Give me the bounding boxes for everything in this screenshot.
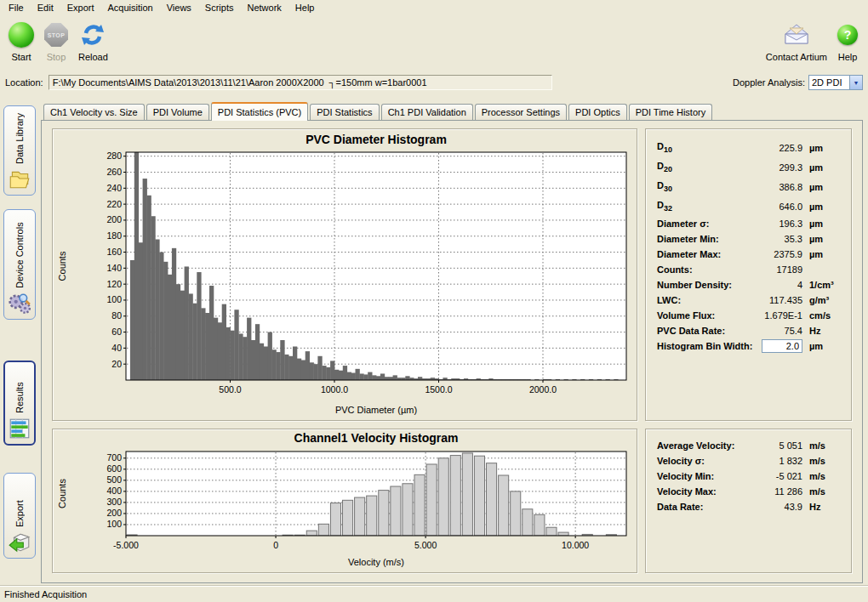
- histogram-bin-width-input[interactable]: [762, 339, 802, 353]
- help-label: Help: [838, 52, 858, 62]
- contact-artium-label: Contact Artium: [766, 52, 827, 62]
- location-input[interactable]: F:\My Documents\AIMS Data\2013\2013\11\2…: [49, 75, 552, 90]
- stat-label: LWC:: [657, 295, 681, 305]
- stat-value: 299.3: [753, 162, 802, 173]
- menu-item-scripts[interactable]: Scripts: [198, 0, 241, 15]
- menu-item-export[interactable]: Export: [60, 0, 101, 15]
- stat-unit: m/s: [802, 471, 840, 481]
- menu-item-edit[interactable]: Edit: [31, 0, 60, 15]
- svg-text:2000.0: 2000.0: [529, 384, 557, 395]
- svg-text:200: 200: [106, 508, 122, 518]
- stat-label: Counts:: [657, 264, 693, 275]
- svg-text:160: 160: [106, 247, 122, 257]
- tab-ch1-velocity-vs-size[interactable]: Ch1 Velocity vs. Size: [43, 104, 145, 120]
- svg-text:600: 600: [106, 463, 122, 474]
- stat-row: D10225.9µm: [657, 138, 840, 157]
- tab-ch1-pdi-validation[interactable]: Ch1 PDI Validation: [381, 104, 473, 120]
- svg-text:Velocity (m/s): Velocity (m/s): [348, 557, 404, 567]
- stat-value: 5 051: [753, 440, 802, 451]
- contact-artium-button[interactable]: Contact Artium: [766, 20, 827, 62]
- velocity-histogram-chart: 100200300400500600700-5.00005.00010.000C…: [53, 429, 637, 572]
- doppler-analysis-select[interactable]: 2D PDI ▼: [808, 75, 863, 90]
- stat-row: LWC:117.435g/m³: [657, 292, 840, 308]
- stat-label: Diameter Max:: [657, 249, 721, 259]
- svg-text:140: 140: [106, 263, 122, 273]
- stat-row: Counts:17189: [657, 262, 840, 277]
- stat-label: Velocity σ:: [657, 456, 705, 466]
- sidebar: Data LibraryDevice ControlsResultsExport: [0, 94, 41, 583]
- svg-text:80: 80: [111, 310, 122, 321]
- stat-value: 11 286: [753, 486, 802, 497]
- stat-row: Diameter Min:35.3µm: [657, 231, 840, 247]
- stat-row: Volume Flux:1.679E-1cm/s: [657, 308, 840, 323]
- stat-label: Diameter Min:: [657, 234, 719, 244]
- tab-pdi-time-history[interactable]: PDI Time History: [629, 104, 713, 120]
- sidebar-item-data-library[interactable]: Data Library: [3, 105, 36, 196]
- menu-bar: FileEditExportAcquisitionViewsScriptsNet…: [0, 0, 868, 15]
- stat-unit: m/s: [802, 440, 840, 451]
- stop-label: Stop: [47, 52, 66, 62]
- svg-text:60: 60: [111, 327, 122, 337]
- start-icon: [9, 22, 34, 48]
- svg-text:220: 220: [106, 199, 122, 209]
- stat-label: Volume Flux:: [657, 310, 715, 321]
- stat-unit: 1/cm³: [802, 280, 840, 290]
- menu-item-help[interactable]: Help: [288, 0, 322, 15]
- menu-item-file[interactable]: File: [2, 0, 31, 15]
- stat-value: 386.8: [753, 182, 802, 192]
- svg-text:PVC Diameter Histogram: PVC Diameter Histogram: [306, 133, 447, 146]
- tab-pdi-statistics-pvc[interactable]: PDI Statistics (PVC): [211, 102, 308, 121]
- stat-unit: µm: [802, 162, 840, 173]
- svg-text:120: 120: [106, 279, 122, 289]
- stat-value: 75.4: [753, 326, 802, 336]
- stat-value: 4: [753, 280, 802, 290]
- stat-unit: µm: [802, 219, 840, 229]
- svg-text:Counts: Counts: [57, 251, 67, 281]
- menu-item-views[interactable]: Views: [160, 0, 198, 15]
- tab-pdi-optics[interactable]: PDI Optics: [568, 104, 627, 120]
- menu-item-network[interactable]: Network: [240, 0, 288, 15]
- sidebar-item-device-controls[interactable]: Device Controls: [3, 209, 36, 320]
- sidebar-item-label: Data Library: [14, 113, 25, 164]
- status-text: Finished Acquisition: [4, 589, 87, 599]
- stat-value: 17189: [753, 264, 802, 275]
- stat-unit: µm: [802, 202, 840, 212]
- pvc-diameter-histogram-chart: 2040608010012014016018020022024026028050…: [53, 129, 637, 420]
- doppler-analysis-value: 2D PDI: [809, 77, 849, 88]
- location-bar: Location: F:\My Documents\AIMS Data\2013…: [0, 71, 868, 94]
- stat-row: Velocity Max:11 286m/s: [657, 484, 840, 499]
- stat-value: 2375.9: [753, 249, 802, 259]
- reload-button[interactable]: Reload: [78, 20, 108, 62]
- stat-label: Data Rate:: [657, 502, 703, 512]
- svg-text:20: 20: [111, 359, 122, 369]
- svg-text:Counts: Counts: [57, 479, 67, 508]
- stat-row: Data Rate:43.9Hz: [657, 499, 840, 514]
- sidebar-item-results[interactable]: Results: [3, 361, 36, 446]
- sidebar-item-label: Export: [14, 480, 25, 527]
- tab-pdi-volume[interactable]: PDI Volume: [146, 104, 209, 120]
- tab-page: 2040608010012014016018020022024026028050…: [41, 120, 863, 583]
- stop-button[interactable]: STOP Stop: [44, 20, 68, 62]
- start-button[interactable]: Start: [9, 20, 34, 62]
- help-icon: ?: [837, 25, 858, 45]
- stat-unit: m/s: [802, 486, 840, 497]
- velocity-stats-panel: Average Velocity:5 051m/sVelocity σ:1 83…: [645, 429, 852, 573]
- stat-label: D32: [657, 200, 672, 213]
- svg-text:40: 40: [111, 343, 122, 353]
- sidebar-item-export[interactable]: Export: [3, 473, 36, 559]
- stat-label: Velocity Max:: [657, 486, 717, 497]
- help-button[interactable]: ? Help: [837, 20, 858, 62]
- tab-processor-settings[interactable]: Processor Settings: [475, 104, 567, 120]
- stat-label: D10: [657, 141, 672, 154]
- stat-row: D20299.3µm: [657, 157, 840, 177]
- stat-unit: µm: [802, 341, 840, 351]
- tab-pdi-statistics[interactable]: PDI Statistics: [310, 104, 379, 120]
- svg-text:180: 180: [106, 230, 122, 241]
- svg-text:240: 240: [106, 183, 122, 193]
- stat-label: Velocity Min:: [657, 471, 714, 481]
- stat-value: 225.9: [753, 143, 802, 153]
- menu-item-acquisition[interactable]: Acquisition: [101, 0, 160, 15]
- toolbar: Start STOP Stop Reload: [0, 15, 868, 70]
- stat-row: Velocity Min:-5 021m/s: [657, 469, 840, 484]
- svg-text:100: 100: [106, 519, 122, 529]
